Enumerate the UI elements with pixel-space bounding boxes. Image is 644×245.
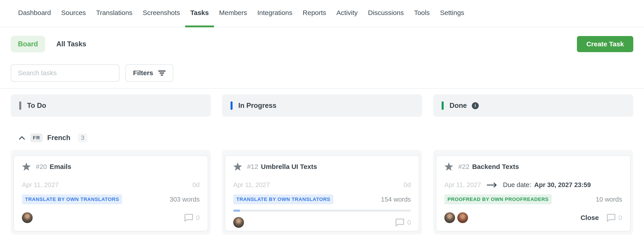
task-count-badge: 3 [78,133,88,142]
column-todo-label: To Do [27,102,46,110]
task-date: Apr 11, 2027 [233,181,270,189]
nav-item-sources[interactable]: Sources [56,0,91,27]
todo-status-bar [19,101,21,110]
tab-board[interactable]: Board [11,36,45,52]
task-card-backend-texts[interactable]: #22 Backend Texts Apr 11, 2027 Due date:… [436,155,630,231]
todo-card-zone: #20 Emails Apr 11, 2027 0d TRANSLATE BY … [11,150,211,234]
footer-actions: Close 0 [580,213,622,222]
comment-count: 0 [407,219,411,226]
star-button[interactable] [444,162,453,171]
info-icon[interactable]: i [472,102,479,109]
nav-item-screenshots[interactable]: Screenshots [138,0,185,27]
card-title-row: #12 Umbrella UI Texts [233,162,411,171]
card-footer: 0 [22,212,200,223]
comment-counter[interactable]: 0 [395,218,411,227]
card-title-row: #22 Backend Texts [444,162,622,171]
comment-icon [606,213,616,222]
avatar[interactable] [22,212,33,223]
search-filter-row: Filters [0,64,644,82]
nav-item-dashboard[interactable]: Dashboard [13,0,56,27]
card-badge-row: TRANSLATE BY OWN TRANSLATORS 303 words [22,194,200,204]
word-count: 10 words [596,196,622,203]
column-headers: To Do In Progress Done i [11,89,633,117]
comment-icon [395,218,404,227]
card-date-row: Apr 11, 2027 0d [233,181,411,189]
nav-item-activity[interactable]: Activity [332,0,363,27]
progress-bar [233,210,411,212]
nav-item-integrations[interactable]: Integrations [252,0,298,27]
task-title: Backend Texts [472,163,519,170]
language-name: French [47,134,70,142]
nav-item-translations[interactable]: Translations [91,0,138,27]
word-count: 303 words [170,196,200,203]
nav-item-discussions[interactable]: Discussions [363,0,409,27]
task-id: #20 [36,163,47,170]
todo-card-zone: #22 Backend Texts Apr 11, 2027 Due date:… [433,150,633,234]
card-row: #20 Emails Apr 11, 2027 0d TRANSLATE BY … [11,150,633,234]
close-task-button[interactable]: Close [580,214,599,221]
task-duration: 0d [192,181,200,189]
filters-button[interactable]: Filters [126,64,173,82]
task-title: Emails [50,163,71,170]
search-input[interactable] [11,64,120,82]
avatar[interactable] [457,212,468,223]
language-code-badge: FR [30,133,42,142]
card-badge-row: TRANSLATE BY OWN TRANSLATORS 154 words [233,194,411,204]
task-board: To Do In Progress Done i FR French 3 [0,89,644,234]
collapse-group-button[interactable] [19,136,25,140]
task-card-emails[interactable]: #20 Emails Apr 11, 2027 0d TRANSLATE BY … [14,155,208,231]
task-id: #22 [458,163,469,170]
column-in-progress-label: In Progress [238,102,276,110]
task-type-badge: PROOFREAD BY OWN PROOFREADERS [444,194,552,204]
in-progress-status-bar [230,101,232,110]
column-in-progress: In Progress [222,94,422,117]
task-date: Apr 11, 2027 [22,181,58,189]
star-button[interactable] [233,162,242,171]
progress-bar-fill [233,210,240,212]
star-button[interactable] [22,162,31,171]
card-badge-row: PROOFREAD BY OWN PROOFREADERS 10 words [444,194,622,204]
nav-item-reports[interactable]: Reports [298,0,332,27]
task-title: Umbrella UI Texts [261,163,317,170]
chevron-up-icon [19,136,25,140]
card-date-row: Apr 11, 2027 Due date: Apr 30, 2027 23:5… [444,181,622,189]
task-type-badge: TRANSLATE BY OWN TRANSLATORS [233,194,334,204]
language-group-header: FR French 3 [11,132,633,143]
comment-count: 0 [618,214,622,221]
card-footer: 0 [233,217,411,228]
card-footer: Close 0 [444,212,622,223]
task-duration: 0d [404,181,411,189]
nav-item-tools[interactable]: Tools [409,0,435,27]
todo-card-zone: #12 Umbrella UI Texts Apr 11, 2027 0d TR… [222,150,422,234]
column-done-label: Done [450,102,467,110]
column-done: Done i [433,94,633,117]
word-count: 154 words [381,196,411,203]
task-date: Apr 11, 2027 [444,181,481,189]
top-navigation: Dashboard Sources Translations Screensho… [0,0,644,27]
filter-icon [158,70,166,76]
comment-count: 0 [196,214,200,221]
create-task-button[interactable]: Create Task [577,36,633,52]
due-date-value: Apr 30, 2027 23:59 [534,181,591,189]
done-status-bar [442,101,444,110]
task-card-umbrella-ui-texts[interactable]: #12 Umbrella UI Texts Apr 11, 2027 0d TR… [225,155,420,231]
nav-item-settings[interactable]: Settings [435,0,469,27]
nav-item-members[interactable]: Members [214,0,252,27]
filters-button-label: Filters [133,69,153,77]
card-date-row: Apr 11, 2027 0d [22,181,200,189]
avatar[interactable] [444,212,455,223]
task-type-badge: TRANSLATE BY OWN TRANSLATORS [22,194,122,204]
task-id: #12 [247,163,258,170]
comment-icon [184,213,194,222]
tab-all-tasks[interactable]: All Tasks [56,40,86,48]
avatar[interactable] [233,217,244,228]
view-toggle-row: Board All Tasks Create Task [0,36,644,52]
nav-item-tasks[interactable]: Tasks [185,0,214,27]
due-date-label: Due date: [503,181,531,189]
column-todo: To Do [11,94,211,117]
arrow-right-icon [487,182,497,188]
comment-counter[interactable]: 0 [184,213,200,222]
card-title-row: #20 Emails [22,162,200,171]
